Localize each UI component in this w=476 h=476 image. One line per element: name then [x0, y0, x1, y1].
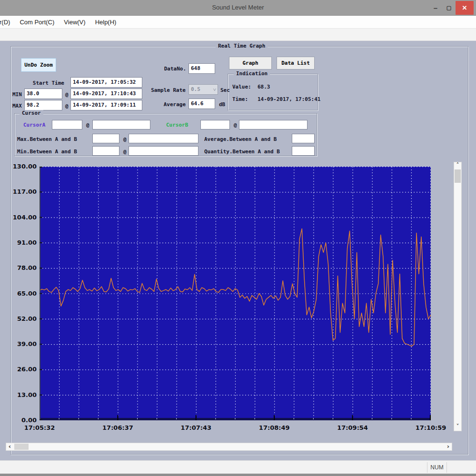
real-time-graph-label: Real Time Graph	[216, 43, 268, 49]
max-between-at-sign: @	[123, 136, 127, 143]
max-time-field[interactable]: 14-09-2017, 17:09:11	[70, 100, 142, 110]
max-between-value-field[interactable]	[92, 134, 119, 143]
menu-item-view[interactable]: View(V)	[59, 19, 90, 26]
maximize-button[interactable]: ▢	[443, 0, 455, 15]
qty-between-value-field[interactable]	[292, 146, 315, 156]
indication-group: Indication Value: 68.3 Time: 14-09-2017,…	[228, 74, 318, 110]
max-label: MAX	[12, 103, 22, 109]
indication-value-label: Value:	[232, 84, 251, 90]
average-value-field[interactable]: 64.6	[188, 99, 215, 109]
data-no-field[interactable]: 648	[188, 63, 215, 74]
tool-strip	[0, 29, 476, 41]
indication-time: 14-09-2017, 17:05:41	[258, 96, 320, 103]
horizontal-scrollbar-thumb[interactable]	[14, 444, 29, 450]
graph-button[interactable]: Graph	[229, 57, 272, 69]
sample-rate-unit: Sec	[220, 87, 230, 94]
min-between-at-sign: @	[123, 149, 127, 155]
cursor-b-time-field[interactable]	[239, 120, 307, 129]
data-list-button[interactable]: Data List	[277, 57, 315, 69]
menu-item-com-port[interactable]: Com Port(C)	[15, 19, 59, 26]
y-tick-label: 39.00	[0, 340, 37, 348]
cursor-b-label: CursorB	[166, 122, 188, 129]
avg-between-value-field[interactable]	[292, 134, 315, 143]
scroll-up-icon[interactable]: ˄	[454, 162, 461, 169]
max-between-label: Max.Between A and B	[17, 136, 77, 143]
x-tick-label: 17:05:32	[18, 424, 61, 432]
y-tick-label: 52.00	[0, 315, 37, 323]
min-at-sign: @	[65, 91, 69, 98]
main-panel: Real Time Graph UnDo Zoom DataNo. 648 Gr…	[0, 41, 476, 460]
minimize-button[interactable]: –	[429, 0, 442, 15]
indication-time-label: Time:	[232, 96, 248, 103]
cursor-a-label: CursorA	[23, 122, 45, 129]
x-tick-label: 17:09:54	[331, 424, 375, 432]
num-lock-indicator: NUM	[427, 462, 447, 473]
sound-level-chart[interactable]	[40, 167, 431, 420]
min-between-label: Min.Between A and B	[17, 149, 77, 155]
min-time-field[interactable]: 14-09-2017, 17:10:43	[70, 89, 142, 99]
menu-item-help[interactable]: Help(H)	[90, 19, 121, 26]
sample-rate-value: 0.5	[191, 86, 200, 92]
x-axis-labels: 17:05:3217:06:3717:07:4317:08:4917:09:54…	[0, 424, 457, 432]
cursor-group: Cursor CursorA @ CursorB @ Max.Between A…	[14, 113, 317, 156]
cursor-group-label: Cursor	[20, 110, 43, 116]
scroll-down-icon[interactable]: ˅	[454, 424, 461, 431]
x-tick-label: 17:10:59	[409, 424, 453, 432]
undo-zoom-button[interactable]: UnDo Zoom	[21, 58, 56, 72]
vertical-scrollbar[interactable]: ˄ ˅	[454, 162, 462, 431]
y-tick-label: 13.00	[0, 391, 37, 399]
scroll-left-icon[interactable]: ‹	[6, 443, 13, 450]
window-title: Sound Level Meter	[0, 4, 476, 11]
max-between-time-field[interactable]	[129, 134, 198, 143]
cursor-a-value-field[interactable]	[52, 120, 82, 129]
y-tick-label: 78.00	[0, 264, 37, 272]
title-bar: Sound Level Meter – ▢ ✕	[0, 0, 476, 16]
sample-rate-label: Sample Rate	[143, 87, 186, 94]
sample-rate-combobox[interactable]: 0.5 ˅	[188, 84, 218, 95]
cursor-a-at-sign: @	[86, 122, 89, 129]
close-button[interactable]: ✕	[456, 1, 474, 15]
y-tick-label: 65.00	[0, 289, 37, 298]
min-between-value-field[interactable]	[92, 146, 119, 156]
status-bar: NUM	[0, 460, 476, 474]
min-between-time-field[interactable]	[129, 146, 198, 156]
average-label: Average	[150, 101, 186, 108]
menu-bar: r(D) Com Port(C) View(V) Help(H)	[0, 16, 476, 29]
data-no-label: DataNo.	[145, 66, 186, 72]
max-at-sign: @	[65, 103, 69, 109]
start-time-field[interactable]: 14-09-2017, 17:05:32	[70, 77, 142, 88]
qty-between-label: Quantity.Between A and B	[204, 149, 280, 155]
min-value-field[interactable]: 38.0	[24, 89, 62, 99]
y-tick-label: 117.00	[0, 188, 37, 196]
sound-level-meter-window: Sound Level Meter – ▢ ✕ r(D) Com Port(C)…	[0, 0, 476, 476]
avg-between-label: Average.Between A and B	[204, 136, 277, 143]
indication-value: 68.3	[258, 84, 270, 90]
cursor-a-time-field[interactable]	[92, 120, 150, 129]
y-tick-label: 104.00	[0, 213, 37, 222]
y-tick-label: 91.00	[0, 238, 37, 247]
x-tick-label: 17:08:49	[252, 424, 296, 432]
x-tick-label: 17:07:43	[174, 424, 218, 432]
cursor-b-at-sign: @	[234, 122, 237, 129]
vertical-scrollbar-thumb[interactable]	[455, 169, 461, 183]
average-unit: dB	[219, 101, 225, 108]
indication-label: Indication	[234, 70, 270, 77]
min-label: MIN	[12, 91, 22, 98]
cursor-b-value-field[interactable]	[200, 120, 230, 129]
x-tick-label: 17:06:37	[96, 424, 139, 432]
window-bottom-edge	[0, 474, 476, 476]
horizontal-scrollbar[interactable]: ‹ ›	[6, 443, 452, 451]
scroll-right-icon[interactable]: ›	[445, 443, 452, 450]
y-axis-labels: 130.00117.00104.0091.0078.0065.0052.0039…	[0, 167, 38, 420]
chevron-down-icon: ˅	[213, 85, 216, 95]
max-value-field[interactable]: 98.2	[24, 100, 62, 110]
y-tick-label: 130.00	[0, 162, 37, 171]
y-tick-label: 26.00	[0, 365, 37, 374]
menu-item-datalogger[interactable]: r(D)	[0, 19, 15, 26]
start-time-label: Start Time	[19, 80, 64, 87]
